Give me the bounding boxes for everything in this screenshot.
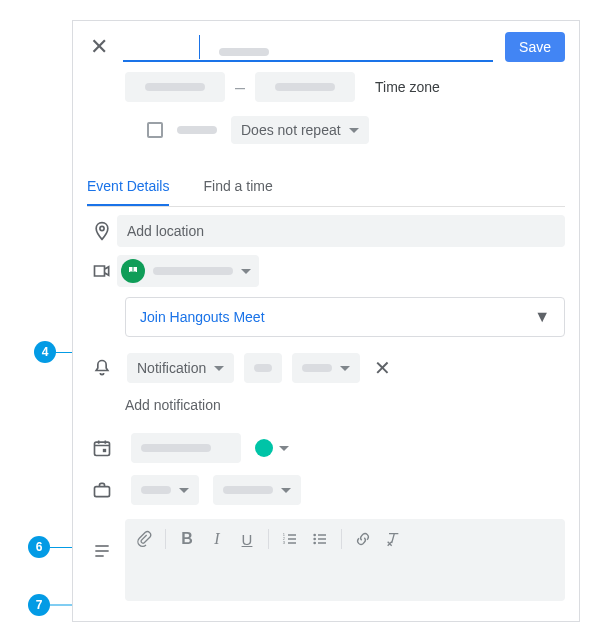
clear-format-icon[interactable]	[384, 531, 402, 547]
notification-number-field[interactable]	[244, 353, 282, 383]
notification-type-label: Notification	[137, 360, 206, 376]
add-notification-button[interactable]: Add notification	[73, 383, 579, 423]
color-dropdown[interactable]	[255, 439, 289, 457]
end-time-field[interactable]	[255, 72, 355, 102]
close-icon[interactable]: ✕	[87, 34, 111, 60]
italic-icon[interactable]: I	[208, 530, 226, 548]
busy-dropdown[interactable]	[131, 475, 199, 505]
chevron-down-icon	[241, 269, 251, 274]
annotation-7: 7	[28, 594, 50, 616]
underline-icon[interactable]: U	[238, 531, 256, 548]
allday-label-skeleton	[177, 126, 217, 134]
calendar-dropdown[interactable]	[131, 433, 241, 463]
event-editor-panel: ✕ Save – Time zone Does not repeat Event…	[72, 20, 580, 622]
attachment-icon[interactable]	[135, 530, 153, 548]
conferencing-skeleton	[153, 267, 233, 275]
start-time-field[interactable]	[125, 72, 225, 102]
remove-notification-icon[interactable]: ✕	[374, 356, 391, 380]
bullet-list-icon[interactable]	[311, 531, 329, 547]
calendar-icon	[87, 438, 117, 458]
chevron-down-icon	[214, 366, 224, 371]
numbered-list-icon[interactable]: 123	[281, 531, 299, 547]
repeat-label: Does not repeat	[241, 122, 341, 138]
svg-point-9	[313, 538, 316, 541]
allday-checkbox[interactable]	[147, 122, 163, 138]
location-input[interactable]: Add location	[117, 215, 565, 247]
chevron-down-icon	[279, 446, 289, 451]
time-dash: –	[235, 77, 245, 98]
event-title-input[interactable]	[123, 31, 493, 62]
input-cursor	[199, 35, 200, 59]
chevron-down-icon	[281, 488, 291, 493]
notification-type-dropdown[interactable]: Notification	[127, 353, 234, 383]
description-editor[interactable]: B I U 123	[125, 519, 565, 601]
chevron-down-icon	[179, 488, 189, 493]
video-icon	[87, 261, 117, 281]
notification-unit-dropdown[interactable]	[292, 353, 360, 383]
hangouts-icon	[121, 259, 145, 283]
title-placeholder-skeleton	[219, 43, 269, 59]
tab-event-details[interactable]: Event Details	[87, 168, 169, 206]
visibility-dropdown[interactable]	[213, 475, 301, 505]
join-meeting-box[interactable]: Join Hangouts Meet ▼	[125, 297, 565, 337]
link-icon[interactable]	[354, 531, 372, 547]
timezone-link[interactable]: Time zone	[375, 79, 440, 95]
svg-point-10	[313, 542, 316, 545]
svg-rect-4	[95, 487, 110, 497]
color-chip	[255, 439, 273, 457]
location-placeholder: Add location	[127, 223, 204, 239]
chevron-down-icon	[349, 128, 359, 133]
svg-text:3: 3	[283, 540, 286, 545]
bell-icon	[87, 358, 117, 378]
description-icon	[87, 541, 117, 561]
location-icon	[87, 221, 117, 241]
chevron-down-icon	[340, 366, 350, 371]
svg-point-1	[100, 226, 104, 230]
save-button[interactable]: Save	[505, 32, 565, 62]
formatting-toolbar: B I U 123	[135, 529, 555, 549]
chevron-down-icon[interactable]: ▼	[534, 308, 550, 326]
annotation-4: 4	[34, 341, 56, 363]
briefcase-icon	[87, 480, 117, 500]
svg-rect-2	[95, 442, 110, 455]
annotation-6: 6	[28, 536, 50, 558]
svg-point-8	[313, 534, 316, 537]
svg-rect-3	[103, 449, 106, 452]
conferencing-dropdown[interactable]	[117, 255, 259, 287]
bold-icon[interactable]: B	[178, 530, 196, 548]
repeat-dropdown[interactable]: Does not repeat	[231, 116, 369, 144]
join-hangouts-link[interactable]: Join Hangouts Meet	[140, 309, 265, 325]
tab-find-a-time[interactable]: Find a time	[203, 168, 272, 206]
